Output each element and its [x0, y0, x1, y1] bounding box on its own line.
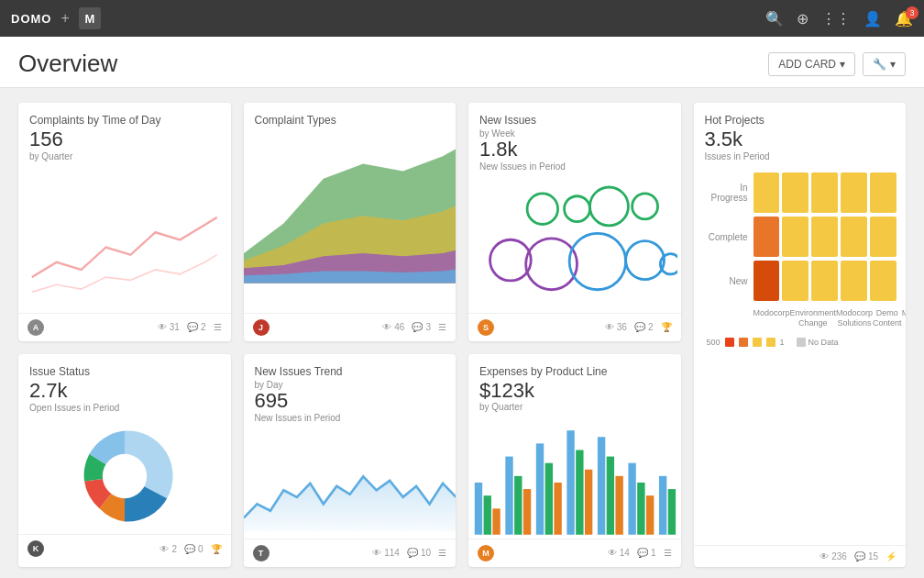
svg-point-5: [565, 196, 590, 222]
card-footer: S 👁 36 💬 2 🏆: [468, 313, 681, 341]
menu-icon[interactable]: ☰: [438, 322, 446, 332]
treemap-cell: [782, 172, 808, 213]
treemap-col-label: ModoX: [902, 308, 906, 328]
comment-icon: 💬: [634, 322, 645, 332]
svg-rect-16: [484, 495, 491, 535]
views-stat: 👁 36: [605, 322, 627, 332]
bar-chart: [468, 417, 681, 539]
comment-icon: 💬: [854, 551, 865, 561]
topnav: DOMO + M 🔍 ⊕ ⋮⋮ 👤 🔔 3: [0, 0, 924, 37]
card-hot-projects: Hot Projects 3.5k Issues in Period In Pr…: [694, 103, 907, 567]
treemap-cell: [811, 261, 838, 301]
card-title: Hot Projects: [705, 114, 896, 127]
area-chart: [244, 134, 456, 313]
treemap-cell: [811, 172, 838, 213]
wrench-button[interactable]: 🔧 ▾: [863, 52, 906, 76]
page-title: Overview: [18, 50, 117, 78]
avatar: M: [478, 545, 494, 561]
legend-1-label: 1: [780, 338, 785, 347]
avatar: S: [478, 319, 494, 336]
card-complaints-time: Complaints by Time of Day 156 by Quarter…: [18, 103, 231, 341]
treemap-row-label: In Progress: [703, 183, 754, 203]
svg-point-8: [490, 239, 532, 281]
views-stat: 👁 14: [608, 548, 630, 558]
treemap-cell: [841, 261, 867, 301]
domo-logo: DOMO: [11, 12, 51, 26]
card-top: Expenses by Product Line $123k by Quarte…: [468, 354, 681, 417]
comments-stat: 💬 2: [634, 322, 654, 332]
comments-stat: 💬 3: [412, 322, 431, 332]
menu-icon[interactable]: ☰: [214, 322, 222, 332]
svg-rect-18: [505, 457, 512, 535]
eye-icon: 👁: [158, 322, 167, 332]
card-subtitle: Issues in Period: [705, 151, 896, 161]
svg-rect-25: [576, 450, 583, 535]
eye-icon: 👁: [608, 548, 617, 558]
plus-icon[interactable]: +: [60, 10, 69, 27]
card-footer: M 👁 14 💬 1 ☰: [468, 539, 681, 567]
comment-icon: 💬: [184, 544, 195, 554]
treemap-cell: [870, 217, 896, 257]
card-subtitle: by Quarter: [29, 151, 220, 161]
card-value: $123k: [479, 380, 670, 402]
card-title: New Issues: [479, 114, 670, 127]
card-footer: K 👁 2 💬 0 🏆: [18, 534, 231, 562]
legend-500: 500: [707, 338, 720, 347]
trophy-icon[interactable]: 🏆: [661, 322, 672, 332]
treemap-cell: [841, 172, 867, 213]
user-icon[interactable]: 👤: [864, 10, 882, 28]
card-expenses: Expenses by Product Line $123k by Quarte…: [468, 354, 681, 567]
svg-rect-20: [523, 489, 531, 535]
treemap-cell: [782, 261, 808, 301]
search-icon[interactable]: 🔍: [765, 10, 784, 28]
treemap-chart: In Progress Complete: [694, 167, 907, 545]
trophy-icon[interactable]: 🏆: [211, 544, 222, 554]
card-top: Issue Status 2.7k Open Issues in Period: [18, 354, 231, 418]
add-card-button[interactable]: ADD CARD ▾: [768, 52, 855, 76]
svg-point-7: [632, 194, 658, 219]
svg-rect-27: [598, 437, 605, 534]
eye-icon: 👁: [160, 544, 169, 554]
card-value: 3.5k: [705, 128, 896, 150]
treemap-cell: [841, 217, 867, 257]
menu-icon[interactable]: ☰: [664, 548, 672, 558]
svg-rect-22: [545, 463, 553, 535]
card-top: New Issues Trend by Day 695 New Issues i…: [244, 354, 456, 428]
svg-rect-21: [536, 443, 544, 534]
card-subtitle: Open Issues in Period: [29, 403, 220, 413]
svg-point-6: [590, 187, 629, 226]
menu-icon[interactable]: ☰: [438, 548, 446, 558]
card-title: New Issues Trend: [255, 365, 446, 378]
eye-icon: 👁: [820, 551, 829, 561]
comments-stat: 💬 0: [184, 544, 204, 554]
svg-point-13: [103, 454, 147, 498]
apps-icon[interactable]: ⋮⋮: [821, 10, 851, 28]
legend-dot-4: [766, 338, 776, 347]
card-footer: J 👁 46 💬 3 ☰: [244, 313, 456, 341]
legend-no-data-swatch: [797, 338, 806, 347]
card-footer: T 👁 114 💬 10 ☰: [244, 539, 456, 567]
card-top: Hot Projects 3.5k Issues in Period: [694, 103, 907, 167]
card-title: Complaint Types: [255, 114, 446, 127]
comments-stat: 💬 10: [407, 548, 431, 558]
card-top: Complaint Types: [244, 103, 456, 134]
add-icon[interactable]: ⊕: [797, 10, 808, 28]
avatar: A: [28, 319, 44, 336]
card-footer: 👁 236 💬 15 ⚡: [694, 545, 907, 567]
comments-stat: 💬 1: [637, 548, 656, 558]
svg-rect-19: [514, 476, 522, 535]
card-label: by Quarter: [479, 402, 670, 412]
card-value: 695: [255, 390, 446, 412]
bell-wrap[interactable]: 🔔 3: [895, 10, 913, 28]
m-badge[interactable]: M: [79, 7, 101, 29]
legend-no-data: No Data: [797, 338, 839, 347]
eye-icon: 👁: [605, 322, 614, 332]
views-stat: 👁 236: [820, 551, 847, 561]
treemap-cell: [811, 217, 838, 257]
treemap-cell: [754, 261, 780, 301]
topnav-actions: 🔍 ⊕ ⋮⋮ 👤 🔔 3: [765, 10, 913, 28]
card-new-issues-trend: New Issues Trend by Day 695 New Issues i…: [244, 354, 456, 567]
card-value: 156: [29, 128, 220, 150]
card-value: 1.8k: [479, 139, 670, 161]
menu-icon[interactable]: ⚡: [886, 551, 896, 561]
